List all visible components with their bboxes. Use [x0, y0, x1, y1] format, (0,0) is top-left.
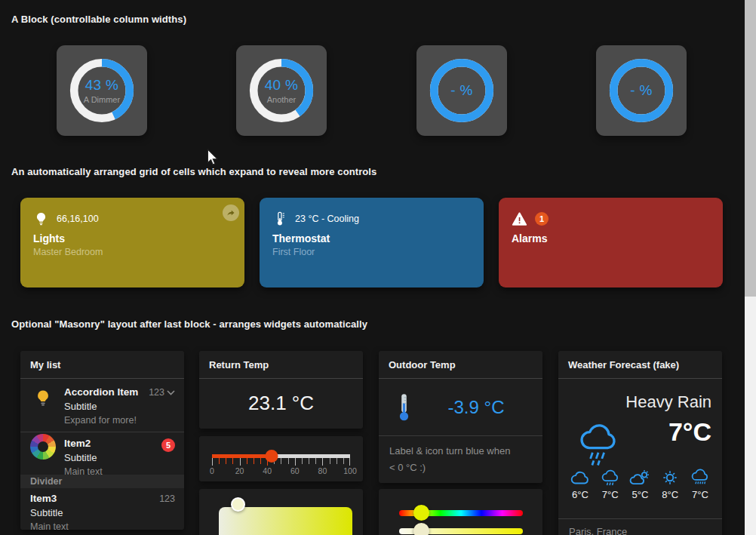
partly-sunny-icon [629, 468, 652, 487]
gauge-empty-2[interactable]: - % [596, 45, 687, 136]
gauge-label: Another [267, 95, 297, 104]
outdoor-temp-note-line1: Label & icon turn blue when [389, 443, 532, 460]
thermostat-status: 23 °C - Cooling [295, 214, 359, 224]
item3-subtitle: Subtitle [30, 507, 177, 518]
tick-label: 60 [290, 466, 300, 475]
hue-slider-widget [379, 489, 542, 535]
item2-subtitle: Subtitle [64, 452, 177, 463]
lights-status: 66,16,100 [57, 214, 99, 224]
list-item-2[interactable]: Item2 Subtitle Main text 5 [20, 432, 184, 475]
color-picker-widget [199, 489, 363, 535]
gauge-another[interactable]: 40 % Another [236, 45, 327, 136]
forecast-temp: 8°C [662, 489, 678, 500]
masonry-section-title: Optional "Masonry" layout after last blo… [11, 318, 367, 330]
thermostat-title: Thermostat [272, 232, 471, 244]
outdoor-temp-widget: Outdoor Temp -3.9 °C Label & icon turn b… [379, 351, 542, 483]
cloudy-icon [569, 468, 592, 487]
tick-label: 0 [210, 466, 214, 475]
lights-cell[interactable]: 66,16,100 Lights Master Bedroom [20, 198, 244, 287]
temp-slider[interactable]: 0 20 40 60 80 100 [212, 454, 350, 464]
lights-subtitle: Master Bedroom [33, 247, 232, 257]
forecast-day: 7°C [596, 468, 625, 500]
share-arrow-glyph [226, 208, 235, 217]
item2-badge: 5 [161, 438, 175, 452]
mouse-cursor [205, 149, 220, 166]
weather-temperature: 7°C [668, 417, 711, 447]
lightbulb-icon [33, 211, 49, 227]
chevron-down-icon[interactable] [167, 390, 175, 395]
accordion-item-subtitle: Subtitle [64, 401, 177, 412]
lights-title: Lights [33, 232, 232, 244]
color-wheel-icon [30, 434, 56, 460]
thermostat-subtitle: First Floor [272, 247, 471, 257]
accordion-item-text: Expand for more! [64, 415, 177, 426]
gauge-value: - % [450, 82, 472, 99]
cells-section-title: An automatically arranged grid of cells … [11, 166, 376, 177]
white-value-thumb[interactable] [413, 523, 429, 535]
block-section-title: A Block (controllable column widths) [11, 14, 186, 25]
alarms-cell[interactable]: 1 Alarms [499, 198, 723, 287]
forecast-row: 6°C 7°C 5° [566, 468, 715, 500]
forecast-temp: 5°C [632, 489, 649, 500]
my-list-widget: My list Accordion Item Subtitle Expand f… [20, 351, 184, 530]
forecast-temp: 6°C [572, 489, 589, 500]
gauge-a-dimmer[interactable]: 43 % A Dimmer [57, 45, 147, 136]
forecast-day: 5°C [626, 468, 655, 500]
weather-condition: Heavy Rain [625, 392, 711, 412]
rainy-icon [599, 468, 622, 487]
tick-label: 40 [263, 466, 272, 475]
gauge-empty-1[interactable]: - % [416, 45, 507, 136]
alarms-title: Alarms [512, 232, 710, 244]
outdoor-temp-note-line2: < 0 °C :) [389, 460, 532, 476]
hue-thumb[interactable] [413, 505, 429, 521]
thermometer-icon [398, 393, 410, 422]
accordion-item-value: 123 [149, 387, 164, 398]
item3-value: 123 [159, 493, 175, 504]
slider-ticks [212, 458, 350, 464]
forecast-day: 6°C [566, 468, 595, 500]
lightbulb-icon [33, 388, 53, 409]
my-list-header: My list [20, 351, 184, 379]
forecast-day: 8°C [656, 468, 684, 500]
pouring-icon [689, 468, 711, 487]
weather-header: Weather Forecast (fake) [558, 351, 722, 379]
alarms-count-badge: 1 [535, 212, 549, 226]
return-temp-widget: Return Temp 23.1 °C [199, 351, 363, 429]
list-item-3[interactable]: Item3 Subtitle Main text 123 [20, 488, 184, 530]
forecast-temp: 7°C [692, 489, 708, 500]
gauge-label: A Dimmer [84, 95, 120, 104]
item3-title: Item3 [30, 493, 177, 504]
slider-thumb[interactable] [265, 450, 278, 463]
return-temp-value: 23.1 °C [248, 392, 314, 415]
outdoor-temp-header: Outdoor Temp [379, 351, 542, 379]
outdoor-temp-value: -3.9 °C [448, 397, 505, 417]
gauge-value: 40 % [265, 77, 299, 94]
page-scrollbar[interactable] [745, 0, 756, 535]
gauge-value: 43 % [85, 77, 119, 94]
warning-icon [512, 212, 527, 226]
forecast-temp: 7°C [602, 489, 619, 500]
item2-text: Main text [64, 466, 177, 477]
weather-location: Paris, France [569, 526, 627, 535]
weather-widget: Weather Forecast (fake) Heavy Rain 7°C 6… [558, 351, 722, 535]
temp-slider-widget: 0 20 40 60 80 100 [199, 436, 363, 481]
thermometer-icon [272, 211, 287, 227]
item2-title: Item2 [64, 438, 177, 449]
slider-ticks-hot [212, 458, 272, 464]
thermostat-cell[interactable]: 23 °C - Cooling Thermostat First Floor [260, 198, 484, 287]
item3-text: Main text [30, 521, 177, 532]
tick-label: 80 [318, 466, 327, 475]
scrollbar-thumb[interactable] [745, 0, 756, 297]
tick-label: 20 [235, 466, 244, 475]
gauge-value: - % [630, 82, 652, 99]
return-temp-header: Return Temp [199, 351, 363, 379]
sunny-icon [659, 468, 681, 487]
saturation-thumb[interactable] [231, 497, 245, 512]
list-item-accordion[interactable]: Accordion Item Subtitle Expand for more!… [20, 379, 184, 432]
tick-label: 100 [343, 466, 357, 475]
forecast-day: 7°C [686, 468, 715, 500]
heavy-rain-icon [575, 417, 623, 467]
share-arrow-icon[interactable] [223, 204, 239, 221]
dashboard-page: A Block (controllable column widths) 43 … [0, 0, 756, 535]
